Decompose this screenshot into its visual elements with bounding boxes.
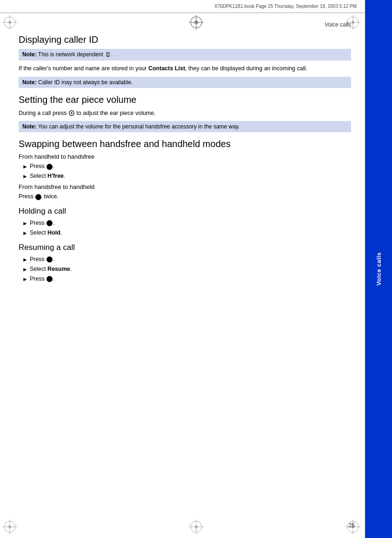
section-heading-holding: Holding a call <box>19 207 351 216</box>
page-header: Voice calls <box>19 18 351 28</box>
note-box-earpiece: Note: You can adjust the volume for the … <box>19 121 351 132</box>
bullet-text-handheld-2: Select H'free. <box>30 172 66 181</box>
section-heading-resuming: Resuming a call <box>19 243 351 252</box>
note-label-2: Note: <box>22 79 37 86</box>
resuming-bullets: ► Press . ► Select Resume. ► Press . <box>22 255 351 283</box>
from-handsfree-label: From handsfree to handheld <box>19 183 351 190</box>
book-info-text: X70DPK11B1.book Page 25 Thursday, Septem… <box>214 4 357 9</box>
earpiece-para: During a call press to adjust the ear pi… <box>19 109 351 118</box>
bullet-item-handheld-1: ► Press . <box>22 162 351 171</box>
page-header-title: Voice calls <box>325 21 351 28</box>
note-text-2: Caller ID may not always be available. <box>38 79 133 86</box>
bullet-arrow-resume-2: ► <box>22 265 28 274</box>
section-heading-caller-id: Displaying caller ID <box>19 34 351 45</box>
note-text-earpiece: You can adjust the volume for the person… <box>38 123 240 130</box>
bullet-item-resume-1: ► Press . <box>22 255 351 264</box>
top-info-bar: X70DPK11B1.book Page 25 Thursday, Septem… <box>0 0 365 13</box>
main-content: Voice calls Displaying caller ID Note: T… <box>0 13 365 538</box>
bullet-text-hold-1: Press . <box>30 219 55 228</box>
bullet-item-handheld-2: ► Select H'free. <box>22 172 351 181</box>
note-label-1: Note: <box>22 51 37 58</box>
note-text-1: This is network dependent . <box>38 51 113 58</box>
bullet-arrow-resume-3: ► <box>22 275 28 283</box>
network-icon <box>105 52 111 58</box>
note-box-caller-id-2: Note: Caller ID may not always be availa… <box>19 77 351 88</box>
bullet-arrow-hold-2: ► <box>22 229 28 237</box>
circle-icon-hold-1 <box>47 220 53 226</box>
circle-icon-resume-1 <box>47 256 53 262</box>
bullet-arrow-2: ► <box>22 172 28 181</box>
svg-point-28 <box>71 113 73 114</box>
scroll-icon <box>68 110 75 116</box>
bullet-arrow-1: ► <box>22 162 28 171</box>
right-sidebar: Voice calls <box>365 0 392 538</box>
page-number: 25 <box>349 522 355 529</box>
bullet-arrow-resume-1: ► <box>22 256 28 264</box>
section-heading-swapping: Swapping between handsfree and handheld … <box>19 139 351 149</box>
bullet-text-resume-1: Press . <box>30 255 55 264</box>
bullet-item-hold-2: ► Select Hold. <box>22 229 351 237</box>
svg-point-26 <box>107 55 108 56</box>
note-box-caller-id-1: Note: This is network dependent . <box>19 49 351 61</box>
bullet-text-hold-2: Select Hold. <box>30 229 62 237</box>
note-label-earpiece: Note: <box>22 123 37 130</box>
svg-rect-24 <box>107 53 109 57</box>
bullet-item-resume-2: ► Select Resume. <box>22 265 351 274</box>
handsfree-para: Press twice. <box>19 192 351 201</box>
bullet-arrow-hold-1: ► <box>22 219 28 228</box>
bullet-item-resume-3: ► Press . <box>22 275 351 283</box>
from-handheld-label: From handheld to handsfree <box>19 153 351 160</box>
holding-bullets: ► Press . ► Select Hold. <box>22 219 351 237</box>
section-heading-earpiece: Setting the ear piece volume <box>19 94 351 105</box>
circle-icon-1 <box>47 164 53 170</box>
caller-id-para: If the caller's number and name are stor… <box>19 64 351 73</box>
sidebar-label: Voice calls <box>375 252 382 286</box>
circle-icon-resume-3 <box>47 276 53 282</box>
bullet-item-hold-1: ► Press . <box>22 219 351 228</box>
bullet-text-resume-2: Select Resume. <box>30 265 72 274</box>
handheld-bullets: ► Press . ► Select H'free. <box>22 162 351 181</box>
circle-icon-handsfree <box>35 194 41 200</box>
bullet-text-handheld-1: Press . <box>30 162 55 171</box>
bullet-text-resume-3: Press . <box>30 275 55 283</box>
